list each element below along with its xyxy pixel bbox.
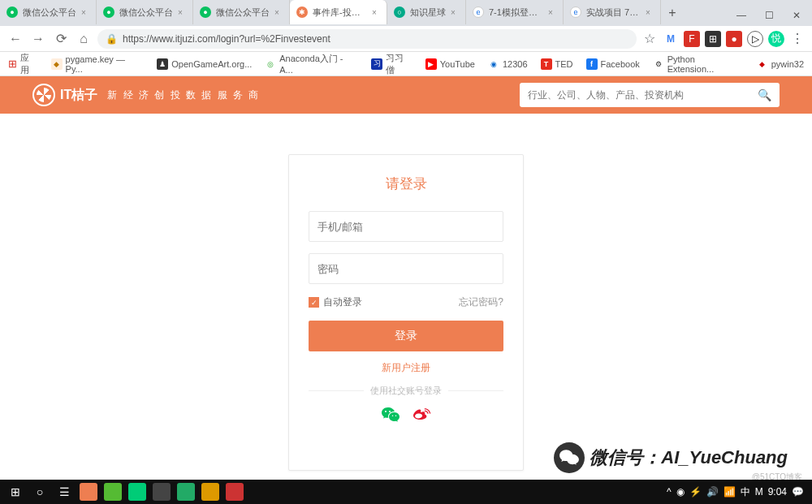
url-input[interactable]: 🔒 https://www.itjuzi.com/login?url=%2Fin… bbox=[97, 29, 637, 49]
bookmark-anaconda[interactable]: ◎ Anaconda入门 - A... bbox=[265, 53, 358, 75]
tab-zhishixingqiu[interactable]: ○ 知识星球 × bbox=[387, 0, 466, 24]
ime-mode-indicator[interactable]: M bbox=[755, 486, 763, 498]
forward-button[interactable]: → bbox=[29, 30, 47, 48]
taskbar-app-3[interactable] bbox=[125, 480, 149, 503]
brand-logo[interactable]: IT桔子 bbox=[32, 84, 97, 106]
new-tab-button[interactable]: + bbox=[661, 0, 684, 26]
taskbar-app-6[interactable] bbox=[198, 480, 222, 503]
bookmark-label: Anaconda入门 - A... bbox=[279, 53, 358, 75]
apps-button[interactable]: ⊞ 应用 bbox=[8, 52, 38, 76]
close-icon[interactable]: × bbox=[372, 8, 380, 17]
bookmark-label: Python Extension... bbox=[667, 54, 744, 74]
register-link[interactable]: 新用户注册 bbox=[309, 361, 503, 375]
bookmark-ted[interactable]: T TED bbox=[541, 58, 573, 70]
tray-location-icon[interactable]: ◉ bbox=[676, 486, 685, 498]
taskbar-app-2[interactable] bbox=[101, 480, 125, 503]
taskbar-app-5[interactable] bbox=[174, 480, 198, 503]
login-button[interactable]: 登录 bbox=[309, 321, 503, 351]
search-input[interactable] bbox=[528, 89, 758, 101]
taskbar-clock[interactable]: 9:04 bbox=[768, 486, 787, 498]
bookmark-label: Facebook bbox=[601, 59, 640, 69]
ext-m-icon[interactable]: M bbox=[663, 31, 679, 47]
tab-title: 微信公众平台 bbox=[216, 6, 270, 19]
home-button[interactable]: ⌂ bbox=[75, 30, 93, 48]
minimize-button[interactable]: — bbox=[731, 5, 752, 26]
auto-login-checkbox[interactable]: ✓ 自动登录 bbox=[309, 295, 362, 309]
bookmark-label: TED bbox=[555, 59, 573, 69]
ext-red-icon[interactable]: F bbox=[684, 31, 700, 47]
bookmark-pywin32[interactable]: ◆ pywin32 bbox=[757, 58, 804, 70]
system-tray: ^ ◉ ⚡ 🔊 📶 中 M 9:04 💬 bbox=[667, 485, 809, 499]
menu-button[interactable]: ⋮ bbox=[789, 31, 806, 47]
bookmark-opengameart[interactable]: ♟ OpenGameArt.org... bbox=[157, 58, 252, 70]
taskbar-app-7[interactable] bbox=[222, 480, 247, 503]
tray-volume-icon[interactable]: 🔊 bbox=[706, 486, 719, 498]
notifications-icon[interactable]: 💬 bbox=[792, 486, 804, 498]
tab-wechat-3[interactable]: ● 微信公众平台 × bbox=[193, 0, 290, 24]
social-login-row bbox=[309, 405, 503, 424]
close-icon[interactable]: × bbox=[451, 8, 459, 17]
facebook-icon: f bbox=[586, 58, 598, 70]
tab-simulate-login[interactable]: e 7-1模拟登陆方 × bbox=[466, 0, 564, 24]
bookmark-12306[interactable]: ◉ 12306 bbox=[488, 58, 528, 70]
tab-title: 实战项目 7：检 bbox=[586, 6, 641, 19]
bookmark-star-icon[interactable]: ☆ bbox=[641, 31, 658, 47]
bookmark-pygame[interactable]: ◆ pygame.key — Py... bbox=[51, 54, 145, 74]
search-icon[interactable]: 🔍 bbox=[758, 88, 771, 101]
tray-chevron-icon[interactable]: ^ bbox=[667, 486, 672, 498]
bookmark-facebook[interactable]: f Facebook bbox=[586, 58, 640, 70]
bookmark-youtube[interactable]: ▶ YouTube bbox=[425, 58, 475, 70]
browser-tabs-row: ● 微信公众平台 × ● 微信公众平台 × ● 微信公众平台 × ✱ 事件库-投… bbox=[0, 0, 812, 26]
tab-title: 微信公众平台 bbox=[23, 6, 76, 19]
windows-taskbar: ⊞ ○ ☰ ^ ◉ ⚡ 🔊 📶 中 M 9:04 💬 bbox=[0, 480, 812, 504]
ime-indicator[interactable]: 中 bbox=[741, 485, 750, 499]
tab-wechat-2[interactable]: ● 微信公众平台 × bbox=[97, 0, 193, 24]
close-icon[interactable]: × bbox=[548, 8, 556, 17]
tray-network-icon[interactable]: 📶 bbox=[723, 486, 736, 498]
password-input[interactable] bbox=[309, 253, 503, 284]
gear-icon: ⚙ bbox=[653, 58, 664, 70]
start-button[interactable]: ⊞ bbox=[3, 480, 28, 503]
tray-wifi-icon[interactable]: ⚡ bbox=[689, 486, 702, 498]
tab-title: 事件库-投融资 bbox=[313, 6, 367, 19]
tab-itjuzi-active[interactable]: ✱ 事件库-投融资 × bbox=[290, 0, 387, 24]
planet-icon: ○ bbox=[394, 6, 405, 18]
taskview-icon[interactable]: ☰ bbox=[52, 480, 76, 503]
forgot-password-link[interactable]: 忘记密码? bbox=[459, 295, 503, 309]
social-label: 使用社交账号登录 bbox=[364, 385, 448, 397]
tab-project-7[interactable]: e 实战项目 7：检 × bbox=[564, 0, 661, 24]
profile-icon[interactable]: 悦 bbox=[768, 31, 784, 47]
login-title: 请登录 bbox=[309, 174, 503, 193]
bookmarks-bar: ⊞ 应用 ◆ pygame.key — Py... ♟ OpenGameArt.… bbox=[0, 52, 812, 76]
ext-circle-icon[interactable]: ▷ bbox=[747, 31, 763, 47]
phone-email-input[interactable] bbox=[309, 211, 503, 242]
bookmark-python-ext[interactable]: ⚙ Python Extension... bbox=[653, 54, 744, 74]
reload-button[interactable]: ⟳ bbox=[52, 30, 70, 48]
wechat-login-icon[interactable] bbox=[381, 405, 400, 424]
close-icon[interactable]: × bbox=[646, 8, 654, 17]
folder-icon: 习 bbox=[371, 58, 382, 70]
site-header: IT桔子 新 经 济 创 投 数 据 服 务 商 🔍 bbox=[0, 76, 812, 114]
maximize-button[interactable]: ☐ bbox=[758, 5, 780, 26]
wechat-icon: ● bbox=[103, 6, 114, 18]
ext-dot-icon[interactable]: ● bbox=[726, 31, 742, 47]
tab-wechat-1[interactable]: ● 微信公众平台 × bbox=[0, 0, 97, 24]
ext-dark-icon[interactable]: ⊞ bbox=[705, 31, 721, 47]
taskbar-app-1[interactable] bbox=[76, 480, 101, 503]
tab-title: 微信公众平台 bbox=[119, 6, 173, 19]
window-controls: — ☐ ✕ bbox=[731, 5, 812, 26]
search-task-icon[interactable]: ○ bbox=[28, 480, 52, 503]
taskbar-app-4[interactable] bbox=[149, 480, 174, 503]
apps-icon: ⊞ bbox=[8, 58, 17, 70]
bookmark-xixi[interactable]: 习 习习僧 bbox=[371, 52, 412, 76]
close-button[interactable]: ✕ bbox=[786, 5, 807, 26]
close-icon[interactable]: × bbox=[274, 8, 283, 17]
weibo-login-icon[interactable] bbox=[412, 405, 431, 424]
back-button[interactable]: ← bbox=[6, 30, 24, 48]
wechat-watermark-icon bbox=[554, 442, 585, 473]
address-bar: ← → ⟳ ⌂ 🔒 https://www.itjuzi.com/login?u… bbox=[0, 26, 812, 52]
close-icon[interactable]: × bbox=[178, 8, 186, 17]
watermark-overlay: 微信号：AI_YueChuang bbox=[554, 442, 788, 473]
url-text: https://www.itjuzi.com/login?url=%2Finve… bbox=[123, 33, 330, 45]
close-icon[interactable]: × bbox=[81, 8, 89, 17]
